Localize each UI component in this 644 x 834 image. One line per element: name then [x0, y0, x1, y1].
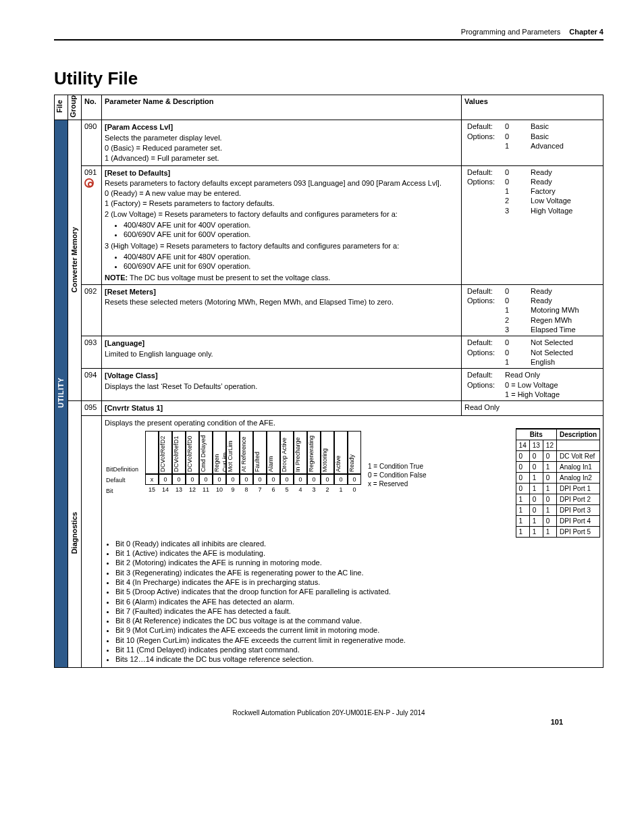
param-desc: Displays the present operating condition… [102, 415, 603, 667]
col-file: File [55, 100, 64, 113]
col-no: No. [82, 95, 102, 120]
bit-diagram: BitDefinition DCVoltRefD2 DCVoltRefD1 DC… [105, 431, 361, 496]
param-no: 090 [82, 120, 102, 165]
param-values: Default:0Basic Options:0Basic 1Advanced [462, 120, 603, 165]
file-band: UTILITY [55, 120, 68, 667]
param-desc: [Reset Meters] Resets these selected met… [102, 284, 462, 336]
page-footer: Rockwell Automation Publication 20Y-UM00… [54, 708, 603, 717]
page-number: 101 [551, 717, 563, 727]
stop-icon [84, 178, 94, 188]
param-no: 092 [82, 284, 102, 336]
header-chapter: Chapter 4 [569, 28, 603, 36]
param-desc: [Cnvrtr Status 1] [102, 401, 462, 415]
param-values: Default:Read Only Options:0 = Low Voltag… [462, 369, 603, 401]
param-values: Default:0Not Selected Options:0Not Selec… [462, 336, 603, 369]
publication-line: Rockwell Automation Publication 20Y-UM00… [54, 708, 603, 717]
col-values: Values [462, 95, 603, 120]
param-no: 091 [82, 165, 102, 284]
page-header: Programming and Parameters Chapter 4 [54, 27, 603, 41]
param-values: Read Only [462, 401, 603, 415]
param-desc: [Reset to Defaults] Resets parameters to… [102, 165, 462, 284]
param-values: Default:0Ready Options:0Ready 1Factory 2… [462, 165, 603, 284]
parameter-table: File Group No. Parameter Name & Descript… [54, 95, 603, 668]
col-param: Parameter Name & Description [102, 95, 462, 120]
group-converter-memory: Converter Memory [68, 120, 82, 401]
group-diagnostics: Diagnostics [68, 401, 82, 667]
bits-description-table: BitsDescription 141312 000DC Volt Ref 00… [516, 428, 600, 538]
param-desc: [Param Access Lvl] Selects the parameter… [102, 120, 462, 165]
param-no: 093 [82, 336, 102, 369]
param-no: 095 [82, 401, 102, 415]
param-desc: [Language] Limited to English language o… [102, 336, 462, 369]
page-title: Utility File [54, 68, 603, 90]
param-desc: [Voltage Class] Displays the last ‘Reset… [102, 369, 462, 401]
col-group: Group [68, 95, 78, 118]
header-section: Programming and Parameters [461, 28, 560, 36]
param-no: 094 [82, 369, 102, 401]
bit-explain-list: Bit 0 (Ready) indicates all inhibits are… [105, 539, 600, 664]
param-values: Default:0Ready Options:0Ready 1Motoring … [462, 284, 603, 336]
bit-legend: 1 = Condition True 0 = Condition False x… [368, 462, 426, 488]
